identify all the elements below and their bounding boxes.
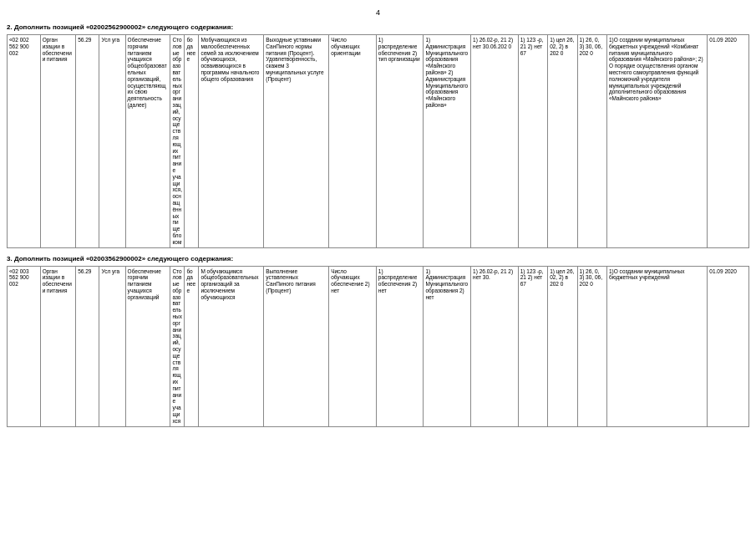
cell-recipients: М обучающимся общеобразовательных органи… (199, 266, 264, 426)
cell-result: Выходные уставными СанПиного нормы питан… (264, 35, 329, 248)
cell-place: Столовые образовательных организаций, ос… (170, 266, 185, 426)
section3-table: «02 003 562 900 002 Орган изации в обесп… (7, 266, 749, 427)
cell-flag: бо да нее е (185, 35, 199, 248)
cell-org: Орган изации в обеспечении питания (40, 266, 75, 426)
table-row: «02 002 562 900 002 Орган изации в обесп… (8, 35, 749, 248)
cell-date1: 1) 26.02-р, 21 2) нет 30. (471, 266, 519, 426)
cell-date-final: 01.09 2020 (708, 266, 749, 426)
table-row: «02 003 562 900 002 Орган изации в обесп… (8, 266, 749, 426)
section3-header: 3. Дополнить позицией «02003562900002» с… (7, 255, 749, 262)
cell-okved: 56.29 (76, 35, 99, 248)
cell-place: Столовые образовательных организаций, ос… (170, 35, 185, 248)
cell-count: Число обучающих обеспечение 2) нет (329, 266, 377, 426)
cell-org: Орган изации в обеспечении питания (40, 35, 75, 248)
cell-date3: 1) цел 26, 02, 2) в 202 0 (548, 266, 577, 426)
cell-count: Число обучающих ориентации (329, 35, 377, 248)
cell-okved: 56.29 (76, 266, 99, 426)
cell-flag: бо да нее е (185, 266, 199, 426)
section2-table: «02 002 562 900 002 Орган изации в обесп… (7, 34, 749, 248)
cell-code: «02 002 562 900 002 (8, 35, 41, 248)
cell-type: Усл уга (99, 35, 125, 248)
cell-desc: Обеспечение горячим питанием учащихся ор… (125, 266, 170, 426)
cell-basis: 1)О создании муниципальных бюджетных учр… (606, 35, 707, 248)
page-number: 4 (7, 8, 749, 17)
section2-header: 2. Дополнить позицией «02002562900002» с… (7, 23, 749, 31)
cell-date-final: 01.09 2020 (708, 35, 749, 248)
cell-type: Усл уга (99, 266, 125, 426)
cell-result: Выполнение уставленных СанПиного питания… (264, 266, 329, 426)
cell-code: «02 003 562 900 002 (8, 266, 41, 426)
cell-admin: 1) Администрация Муниципального образова… (424, 35, 471, 248)
cell-dist: 1) распределение обеспечения 2) нет (376, 266, 424, 426)
cell-basis: 1)О создании муниципальных бюджетных учр… (606, 266, 707, 426)
cell-dist: 1) распределение обеспечения 2) тип орга… (376, 35, 424, 248)
cell-date2: 1) 123 -р, 21 2) нет 67 (518, 266, 547, 426)
cell-desc: Обеспечение горячим питанием учащихся об… (125, 35, 170, 248)
page-container: 4 2. Дополнить позицией «02002562900002»… (0, 0, 756, 436)
cell-date1: 1) 26.02-р, 21 2) нет 30.06.202 0 (471, 35, 519, 248)
cell-date4: 1) 26, 0, 3) 30, 06, 202 0 (577, 35, 606, 248)
cell-date4: 1) 26, 0, 3) 30, 06, 202 0 (577, 266, 606, 426)
cell-date3: 1) цел 26, 02, 2) в 202 0 (548, 35, 577, 248)
cell-date2: 1) 123 -р, 21 2) нет 67 (518, 35, 547, 248)
cell-admin: 1) Администрация Муниципального образова… (424, 266, 471, 426)
cell-recipients: Мобучающихся из малообеспеченных семей з… (199, 35, 264, 248)
